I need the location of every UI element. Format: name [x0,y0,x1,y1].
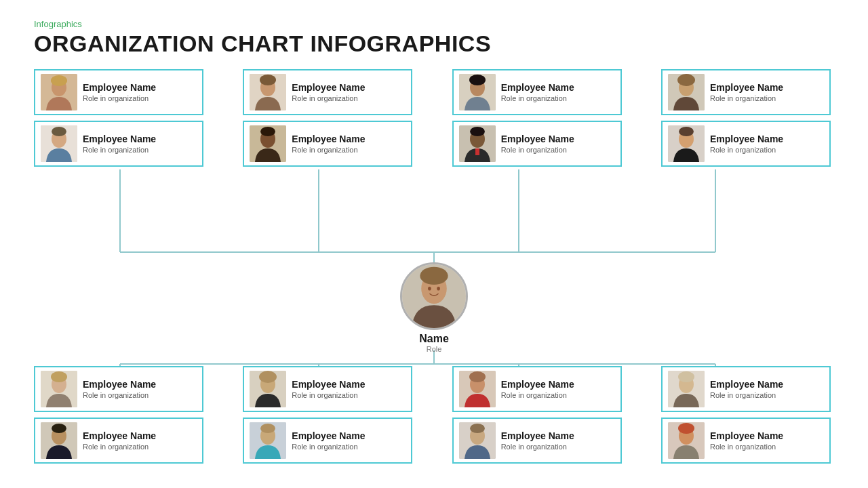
emp-role: Role in organization [501,391,574,399]
avatar [41,422,77,459]
main-title: ORGANIZATION CHART INFOGRAPHICS [34,30,834,57]
emp-role: Role in organization [83,443,156,451]
emp-role: Role in organization [501,94,574,102]
top-card-4-1: Employee Name Role in organization [661,69,831,115]
ceo-name: Name [419,333,449,345]
svg-point-36 [679,127,694,136]
avatar [459,422,496,459]
bottom-card-1-1: Employee Name Role in organization [34,366,203,412]
svg-point-33 [677,74,695,86]
emp-role: Role in organization [710,391,783,399]
svg-point-17 [52,127,66,136]
svg-point-39 [420,267,448,285]
avatar [250,371,286,407]
svg-point-56 [469,371,486,382]
chart-area: Employee Name Role in organization [34,69,834,476]
emp-role: Role in organization [83,94,156,102]
emp-name: Employee Name [83,82,156,93]
emp-role: Role in organization [710,94,783,102]
emp-name: Employee Name [83,430,156,441]
svg-point-40 [428,287,431,291]
bottom-card-3-1: Employee Name Role in organization [452,366,622,412]
bottom-card-1-2: Employee Name Role in organization [34,418,203,464]
bottom-card-4-1: Employee Name Role in organization [661,366,831,412]
bottom-col-3: Employee Name Role in organization [452,366,625,464]
emp-info: Employee Name Role in organization [710,82,783,102]
svg-point-62 [678,371,694,382]
ceo-role: Role [427,345,442,353]
top-card-2-1: Employee Name Role in organization [243,69,412,115]
svg-point-26 [469,75,486,85]
emp-role: Role in organization [292,391,365,399]
page: Infographics ORGANIZATION CHART INFOGRAP… [0,0,868,488]
emp-info: Employee Name Role in organization [710,134,783,154]
emp-name: Employee Name [710,379,783,390]
emp-info: Employee Name Role in organization [292,82,365,102]
emp-info: Employee Name Role in organization [501,134,574,154]
emp-role: Role in organization [501,443,574,451]
top-card-3-2: Employee Name Role in organization [452,121,622,167]
emp-role: Role in organization [710,443,783,451]
emp-role: Role in organization [501,146,574,154]
emp-name: Employee Name [710,134,783,144]
bottom-col-2: Employee Name Role in organization [243,366,416,464]
svg-point-65 [678,423,694,434]
emp-name: Employee Name [292,134,365,144]
svg-point-47 [52,424,66,433]
svg-point-50 [259,371,277,383]
bottom-card-4-2: Employee Name Role in organization [661,418,831,464]
emp-info: Employee Name Role in organization [710,379,783,399]
svg-point-20 [260,75,276,85]
svg-point-29 [470,127,485,136]
emp-name: Employee Name [292,379,365,390]
avatar [668,125,705,162]
emp-role: Role in organization [83,146,156,154]
avatar [41,125,77,162]
avatar [459,74,496,110]
avatar [250,125,286,162]
bottom-section: Employee Name Role in organization [34,366,834,464]
svg-point-41 [437,287,440,291]
emp-name: Employee Name [292,82,365,93]
emp-name: Employee Name [501,82,574,93]
top-card-3-1: Employee Name Role in organization [452,69,622,115]
emp-name: Employee Name [292,430,365,441]
bottom-col-4: Employee Name Role in organization [661,366,834,464]
top-card-1-2: Employee Name Role in organization [34,121,203,167]
top-card-4-2: Employee Name Role in organization [661,121,831,167]
svg-point-23 [260,127,275,136]
emp-info: Employee Name Role in organization [501,379,574,399]
top-section: Employee Name Role in organization [34,69,834,167]
avatar [250,422,286,459]
emp-info: Employee Name Role in organization [501,430,574,451]
emp-info: Employee Name Role in organization [501,82,574,102]
top-col-2: Employee Name Role in organization [243,69,416,167]
emp-role: Role in organization [292,443,365,451]
avatar [668,74,705,110]
emp-info: Employee Name Role in organization [292,379,365,399]
emp-name: Employee Name [501,379,574,390]
emp-name: Employee Name [710,82,783,93]
ceo-node: Name Role [400,262,468,353]
emp-info: Employee Name Role in organization [83,134,156,154]
avatar [41,74,77,110]
emp-info: Employee Name Role in organization [710,430,783,451]
emp-role: Role in organization [710,146,783,154]
emp-info: Employee Name Role in organization [292,134,365,154]
svg-point-59 [470,424,485,433]
ceo-photo [400,262,468,330]
bottom-card-2-1: Employee Name Role in organization [243,366,412,412]
top-col-4: Employee Name Role in organization [661,69,834,167]
emp-name: Employee Name [501,430,574,441]
bottom-card-2-2: Employee Name Role in organization [243,418,412,464]
avatar [459,371,496,407]
emp-role: Role in organization [292,94,365,102]
emp-role: Role in organization [292,146,365,154]
emp-name: Employee Name [83,379,156,390]
avatar [459,125,496,162]
svg-point-44 [51,371,67,382]
avatar [668,371,705,407]
bottom-card-3-2: Employee Name Role in organization [452,418,622,464]
svg-point-53 [260,424,275,433]
avatar [41,371,77,407]
